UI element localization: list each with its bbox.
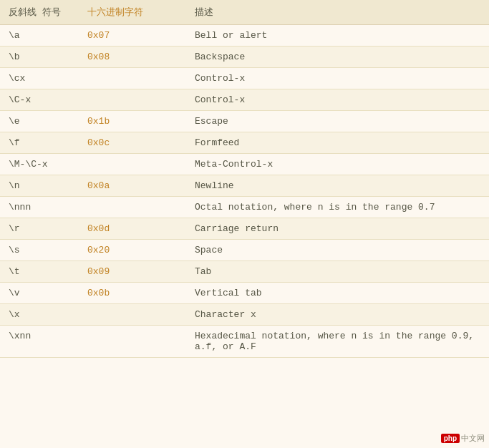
cell-escape: \nnn — [0, 197, 79, 218]
cell-hex: 0x07 — [79, 25, 186, 47]
hex-value: 0x0a — [87, 180, 110, 191]
cell-hex: 0x0b — [79, 283, 186, 304]
cell-escape: \cx — [0, 68, 79, 89]
hex-value: 0x0b — [87, 288, 110, 298]
cell-desc: Escape — [186, 111, 489, 132]
hex-value: 0x07 — [87, 30, 110, 41]
hex-value: 0x0c — [87, 137, 110, 148]
cell-escape: \a — [0, 25, 79, 47]
table-row: \n0x0aNewline — [0, 175, 489, 197]
cell-desc: Formfeed — [186, 132, 489, 154]
cell-escape: \M-\C-x — [0, 154, 79, 175]
cell-hex: 0x08 — [79, 47, 186, 68]
cell-desc: Hexadecimal notation, where n is in the … — [186, 326, 489, 358]
cell-escape: \b — [0, 47, 79, 68]
cell-desc: Backspace — [186, 47, 489, 68]
cell-escape: \r — [0, 218, 79, 240]
cell-escape: \x — [0, 304, 79, 326]
cell-hex: 0x0a — [79, 175, 186, 197]
table-row: \t0x09Tab — [0, 261, 489, 283]
cell-hex: 0x09 — [79, 261, 186, 283]
cell-hex: 0x1b — [79, 111, 186, 132]
cell-desc: Bell or alert — [186, 25, 489, 47]
cell-desc: Tab — [186, 261, 489, 283]
cell-desc: Control-x — [186, 68, 489, 89]
table-row: \b0x08Backspace — [0, 47, 489, 68]
table-container: 反斜线 符号 十六进制字符 描述 \a0x07Bell or alert\b0x… — [0, 0, 489, 448]
cell-hex — [79, 154, 186, 175]
cell-escape: \n — [0, 175, 79, 197]
cell-hex: 0x0d — [79, 218, 186, 240]
hex-value: 0x0d — [87, 223, 110, 234]
cell-desc: Space — [186, 240, 489, 261]
site-name: 中文网 — [461, 433, 485, 444]
table-row: \e0x1bEscape — [0, 111, 489, 132]
table-row: \C-xControl-x — [0, 89, 489, 111]
table-row: \cxControl-x — [0, 68, 489, 89]
cell-desc: Carriage return — [186, 218, 489, 240]
table-row: \nnnOctal notation, where n is in the ra… — [0, 197, 489, 218]
table-row: \f0x0cFormfeed — [0, 132, 489, 154]
cell-escape: \f — [0, 132, 79, 154]
cell-hex — [79, 89, 186, 111]
table-row: \xCharacter x — [0, 304, 489, 326]
cell-escape: \t — [0, 261, 79, 283]
table-row: \a0x07Bell or alert — [0, 25, 489, 47]
cell-desc: Control-x — [186, 89, 489, 111]
cell-escape: \v — [0, 283, 79, 304]
hex-value: 0x09 — [87, 266, 110, 277]
header-desc: 描述 — [186, 0, 489, 25]
cell-escape: \e — [0, 111, 79, 132]
table-header-row: 反斜线 符号 十六进制字符 描述 — [0, 0, 489, 25]
cell-escape: \xnn — [0, 326, 79, 358]
cell-desc: Newline — [186, 175, 489, 197]
hex-value: 0x1b — [87, 116, 110, 127]
cell-hex — [79, 326, 186, 358]
cell-hex: 0x20 — [79, 240, 186, 261]
header-hex: 十六进制字符 — [79, 0, 186, 25]
cell-hex: 0x0c — [79, 132, 186, 154]
cell-hex — [79, 304, 186, 326]
site-badge: php 中文网 — [441, 433, 485, 444]
table-row: \v0x0bVertical tab — [0, 283, 489, 304]
cell-hex — [79, 68, 186, 89]
hex-value: 0x20 — [87, 245, 110, 255]
table-row: \s0x20Space — [0, 240, 489, 261]
cell-hex — [79, 197, 186, 218]
table-row: \M-\C-xMeta-Control-x — [0, 154, 489, 175]
cell-desc: Meta-Control-x — [186, 154, 489, 175]
php-label: php — [441, 434, 460, 443]
table-row: \xnnHexadecimal notation, where n is in … — [0, 326, 489, 358]
cell-escape: \s — [0, 240, 79, 261]
cell-escape: \C-x — [0, 89, 79, 111]
header-escape: 反斜线 符号 — [0, 0, 79, 25]
cell-desc: Octal notation, where n is in the range … — [186, 197, 489, 218]
cell-desc: Character x — [186, 304, 489, 326]
hex-value: 0x08 — [87, 52, 110, 62]
table-row: \r0x0dCarriage return — [0, 218, 489, 240]
escape-table: 反斜线 符号 十六进制字符 描述 \a0x07Bell or alert\b0x… — [0, 0, 489, 358]
cell-desc: Vertical tab — [186, 283, 489, 304]
